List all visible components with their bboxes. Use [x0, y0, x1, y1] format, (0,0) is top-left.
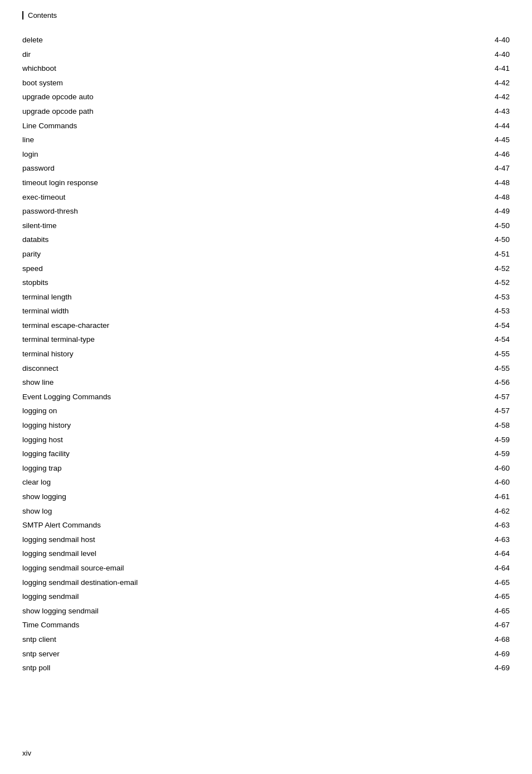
- toc-entry-label: login: [22, 147, 476, 162]
- toc-entry-page: 4-61: [476, 490, 510, 504]
- toc-entry-page: 4-40: [476, 33, 510, 47]
- toc-entry-page: 4-56: [476, 375, 510, 390]
- list-item: SMTP Alert Commands4-63: [22, 518, 510, 533]
- toc-entry-page: 4-68: [476, 632, 510, 647]
- toc-entry-label: password-thresh: [22, 204, 476, 219]
- toc-entry-label: logging history: [22, 418, 476, 433]
- list-item: Line Commands4-44: [22, 119, 510, 133]
- toc-entry-page: 4-43: [476, 104, 510, 119]
- toc-entry-label: disconnect: [22, 361, 476, 376]
- toc-entry-page: 4-64: [476, 546, 510, 561]
- toc-entry-page: 4-53: [476, 290, 510, 304]
- list-item: clear log4-60: [22, 475, 510, 490]
- toc-entry-page: 4-44: [476, 119, 510, 133]
- list-item: password4-47: [22, 161, 510, 176]
- toc-entry-page: 4-57: [476, 404, 510, 418]
- toc-entry-page: 4-49: [476, 204, 510, 219]
- toc-entry-page: 4-48: [476, 176, 510, 190]
- toc-entry-page: 4-50: [476, 219, 510, 233]
- toc-entry-label: silent-time: [22, 219, 476, 233]
- toc-entry-page: 4-59: [476, 447, 510, 461]
- toc-entry-label: SMTP Alert Commands: [22, 518, 476, 533]
- toc-entry-label: terminal history: [22, 347, 476, 361]
- toc-entry-page: 4-69: [476, 661, 510, 675]
- toc-entry-page: 4-52: [476, 275, 510, 290]
- toc-entry-label: show line: [22, 375, 476, 390]
- toc-entry-page: 4-42: [476, 76, 510, 90]
- toc-entry-page: 4-59: [476, 433, 510, 447]
- list-item: upgrade opcode auto4-42: [22, 90, 510, 104]
- toc-entry-label: logging sendmail host: [22, 533, 476, 547]
- toc-entry-label: sntp poll: [22, 661, 476, 675]
- toc-entry-label: timeout login response: [22, 176, 476, 190]
- toc-entry-label: logging host: [22, 433, 476, 447]
- list-item: logging history4-58: [22, 418, 510, 433]
- list-item: logging sendmail host4-63: [22, 533, 510, 547]
- toc-entry-page: 4-55: [476, 347, 510, 361]
- list-item: logging facility4-59: [22, 447, 510, 461]
- list-item: stopbits4-52: [22, 275, 510, 290]
- list-item: show logging4-61: [22, 490, 510, 504]
- page-header: Contents: [22, 11, 510, 20]
- toc-entry-page: 4-65: [476, 604, 510, 618]
- toc-entry-page: 4-53: [476, 304, 510, 318]
- toc-entry-page: 4-69: [476, 647, 510, 661]
- toc-entry-label: boot system: [22, 76, 476, 90]
- list-item: show logging sendmail4-65: [22, 604, 510, 618]
- toc-entry-label: clear log: [22, 475, 476, 490]
- list-item: terminal history4-55: [22, 347, 510, 361]
- toc-entry-label: line: [22, 133, 476, 147]
- toc-entry-label: Line Commands: [22, 119, 476, 133]
- toc-entry-page: 4-55: [476, 361, 510, 376]
- toc-entry-page: 4-63: [476, 533, 510, 547]
- toc-entry-page: 4-63: [476, 518, 510, 533]
- toc-entry-page: 4-60: [476, 475, 510, 490]
- toc-entry-label: logging trap: [22, 461, 476, 476]
- list-item: logging trap4-60: [22, 461, 510, 476]
- toc-entry-page: 4-50: [476, 233, 510, 247]
- page-footer: xiv: [22, 749, 31, 757]
- list-item: logging sendmail level4-64: [22, 546, 510, 561]
- toc-entry-page: 4-48: [476, 190, 510, 205]
- list-item: terminal terminal-type4-54: [22, 332, 510, 347]
- toc-entry-page: 4-57: [476, 390, 510, 404]
- list-item: upgrade opcode path4-43: [22, 104, 510, 119]
- toc-entry-label: delete: [22, 33, 476, 47]
- toc-entry-page: 4-52: [476, 262, 510, 276]
- list-item: logging sendmail destination-email4-65: [22, 575, 510, 590]
- toc-entry-label: databits: [22, 233, 476, 247]
- toc-entry-page: 4-54: [476, 332, 510, 347]
- list-item: terminal escape-character4-54: [22, 318, 510, 333]
- list-item: speed4-52: [22, 262, 510, 276]
- toc-entry-label: password: [22, 161, 476, 176]
- toc-entry-page: 4-51: [476, 247, 510, 262]
- list-item: timeout login response4-48: [22, 176, 510, 190]
- list-item: databits4-50: [22, 233, 510, 247]
- list-item: silent-time4-50: [22, 219, 510, 233]
- list-item: show line4-56: [22, 375, 510, 390]
- toc-entry-label: terminal width: [22, 304, 476, 318]
- toc-entry-page: 4-58: [476, 418, 510, 433]
- list-item: terminal length4-53: [22, 290, 510, 304]
- toc-entry-label: sntp client: [22, 632, 476, 647]
- list-item: show log4-62: [22, 504, 510, 519]
- toc-entry-label: upgrade opcode auto: [22, 90, 476, 104]
- toc-entry-label: sntp server: [22, 647, 476, 661]
- toc-entry-label: terminal escape-character: [22, 318, 476, 333]
- toc-entry-label: Time Commands: [22, 618, 476, 632]
- toc-entry-page: 4-46: [476, 147, 510, 162]
- list-item: sntp server4-69: [22, 647, 510, 661]
- list-item: whichboot4-41: [22, 61, 510, 76]
- list-item: logging sendmail source-email4-64: [22, 561, 510, 575]
- toc-entry-label: exec-timeout: [22, 190, 476, 205]
- toc-entry-page: 4-64: [476, 561, 510, 575]
- list-item: delete4-40: [22, 33, 510, 47]
- toc-entry-label: stopbits: [22, 275, 476, 290]
- toc-entry-page: 4-54: [476, 318, 510, 333]
- toc-entry-label: whichboot: [22, 61, 476, 76]
- toc-entry-page: 4-42: [476, 90, 510, 104]
- list-item: Time Commands4-67: [22, 618, 510, 632]
- toc-entry-label: dir: [22, 47, 476, 62]
- toc-entry-label: parity: [22, 247, 476, 262]
- toc-entry-page: 4-67: [476, 618, 510, 632]
